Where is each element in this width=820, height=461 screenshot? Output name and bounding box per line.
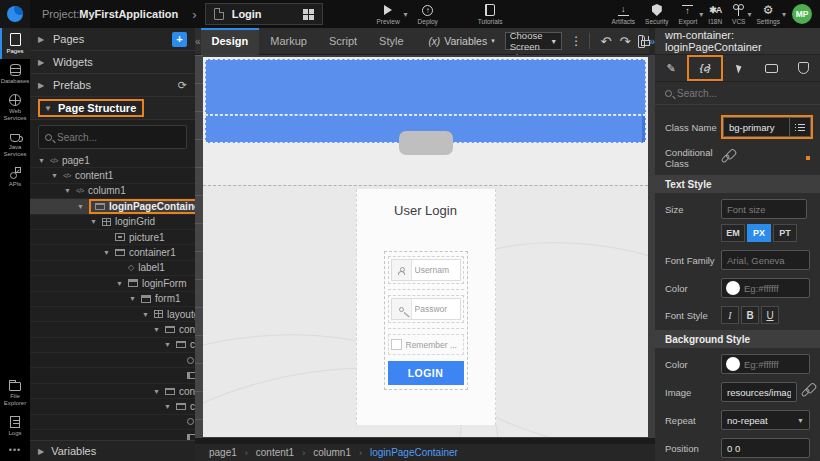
bold-button[interactable]: B bbox=[741, 306, 759, 324]
unit-em-button[interactable]: EM bbox=[721, 224, 745, 242]
save-icon[interactable] bbox=[638, 35, 645, 48]
remember-me-row[interactable]: Remember ... bbox=[388, 334, 464, 355]
tree-item-container[interactable]: ▼con bbox=[30, 399, 195, 414]
unit-px-button[interactable]: PX bbox=[747, 224, 771, 242]
bg-image-input[interactable] bbox=[721, 382, 797, 402]
open-page-tab[interactable]: Login bbox=[205, 3, 323, 25]
inspector-search[interactable] bbox=[655, 82, 820, 105]
tree-item-loginForm[interactable]: ▼loginForm bbox=[30, 276, 195, 291]
tree-item-form1[interactable]: ▼form1 bbox=[30, 292, 195, 307]
section-pages[interactable]: ▶ Pages + bbox=[30, 28, 195, 51]
artifacts-button[interactable]: ↓ Artifacts bbox=[612, 0, 635, 28]
export-button[interactable]: ↓ Export bbox=[679, 0, 698, 28]
vcs-caret-icon[interactable]: ▾ bbox=[747, 10, 751, 19]
add-page-button[interactable]: + bbox=[172, 32, 187, 47]
tree-search-input[interactable] bbox=[57, 132, 180, 143]
text-style-header[interactable]: Text Style bbox=[655, 175, 820, 193]
tree-item-icon[interactable]: ▼ico bbox=[30, 415, 195, 430]
tree-item-page1[interactable]: ▼</>page1 bbox=[30, 153, 195, 168]
i18n-button[interactable]: ✱A I18N bbox=[708, 0, 722, 28]
variables-dropdown[interactable]: (x) Variables ▾ bbox=[429, 35, 495, 47]
rail-item-apis[interactable]: APIs bbox=[0, 162, 30, 192]
screen-size-select[interactable]: -- Choose Screen Size -- ▼ bbox=[505, 32, 562, 50]
user-avatar[interactable]: MP bbox=[792, 4, 812, 24]
color-swatch[interactable] bbox=[726, 357, 740, 371]
settings-caret-icon[interactable]: ▾ bbox=[782, 10, 786, 19]
rail-item-databases[interactable]: Databases bbox=[0, 59, 30, 89]
tree-search[interactable] bbox=[38, 125, 187, 149]
section-widgets[interactable]: ▶ Widgets bbox=[30, 51, 195, 74]
rail-item-java-services[interactable]: Java Services bbox=[0, 126, 30, 162]
tab-markup[interactable]: Markup bbox=[259, 28, 318, 55]
kebab-menu-icon[interactable]: ⋮ bbox=[570, 34, 582, 48]
tree-item-container[interactable]: ▼contain bbox=[30, 322, 195, 337]
class-list-button[interactable] bbox=[789, 117, 811, 137]
tab-styles[interactable]: {𝘤} bbox=[687, 55, 723, 81]
login-card[interactable]: User Login bbox=[356, 189, 496, 425]
tree-item-container1[interactable]: ▼container1 bbox=[30, 245, 195, 260]
section-page-structure[interactable]: ▼ Page Structure bbox=[30, 97, 195, 120]
color-swatch[interactable] bbox=[726, 281, 740, 295]
breadcrumb-loginPageContainer[interactable]: loginPageContainer bbox=[370, 447, 458, 458]
redo-icon[interactable]: ↷ bbox=[619, 34, 630, 49]
tab-properties[interactable]: ✎ bbox=[655, 55, 687, 81]
bg-repeat-select[interactable]: no-repeat ▼ bbox=[721, 410, 810, 430]
tree-item-j-username[interactable]: ▼j_us bbox=[30, 368, 195, 383]
class-name-input[interactable] bbox=[723, 117, 789, 137]
rail-item-pages[interactable]: Pages bbox=[0, 28, 30, 59]
login-page-container-selection[interactable] bbox=[205, 59, 646, 115]
italic-button[interactable]: I bbox=[721, 306, 739, 324]
breadcrumb-page1[interactable]: page1 bbox=[209, 447, 237, 458]
breadcrumb-column1[interactable]: column1 bbox=[313, 447, 351, 458]
username-row[interactable] bbox=[388, 256, 464, 284]
section-prefabs[interactable]: ▶ Prefabs ⟳ bbox=[30, 74, 195, 97]
canvas-page[interactable]: User Login bbox=[203, 57, 648, 437]
tree-item-content1[interactable]: ▼</>content1 bbox=[30, 168, 195, 183]
tree-item-layoutgrid2[interactable]: ▼layoutgrid2 bbox=[30, 307, 195, 322]
breadcrumb-content1[interactable]: content1 bbox=[256, 447, 294, 458]
security-button[interactable]: Security bbox=[645, 0, 668, 28]
more-options-icon[interactable]: ••• bbox=[0, 441, 30, 461]
tab-style[interactable]: Style bbox=[368, 28, 414, 55]
background-style-header[interactable]: Background Style bbox=[655, 330, 820, 348]
tab-events[interactable] bbox=[723, 55, 755, 81]
underline-button[interactable]: U bbox=[761, 306, 779, 324]
bg-position-input[interactable] bbox=[721, 438, 810, 458]
vcs-button[interactable]: VCS bbox=[732, 0, 745, 28]
password-input[interactable] bbox=[412, 299, 460, 319]
section-variables[interactable]: ▶ Variables bbox=[30, 440, 195, 461]
login-form[interactable]: Remember ... LOGIN bbox=[384, 251, 468, 390]
tree-item-j-password[interactable]: ▼j_p bbox=[30, 430, 195, 440]
tree-item-loginGrid[interactable]: ▼loginGrid bbox=[30, 215, 195, 230]
tree-item-container[interactable]: ▼contain bbox=[30, 384, 195, 399]
tab-script[interactable]: Script bbox=[318, 28, 368, 55]
tab-security[interactable] bbox=[788, 55, 820, 81]
dashboard-grid-icon[interactable] bbox=[303, 9, 314, 20]
inspector-search-input[interactable] bbox=[677, 88, 810, 99]
font-size-input[interactable] bbox=[721, 199, 807, 219]
undo-icon[interactable]: ↶ bbox=[601, 34, 612, 49]
link-icon[interactable] bbox=[721, 153, 731, 163]
tutorials-button[interactable]: Tutorials bbox=[478, 0, 503, 28]
deploy-button[interactable]: ↑ Deploy bbox=[418, 0, 438, 28]
refresh-icon[interactable]: ⟳ bbox=[178, 79, 187, 92]
login-button[interactable]: LOGIN bbox=[388, 361, 464, 385]
tab-design[interactable]: Design bbox=[201, 28, 260, 55]
rail-item-file-explorer[interactable]: File Explorer bbox=[0, 374, 30, 411]
password-row[interactable] bbox=[388, 295, 464, 323]
tree-item-loginPageContainer[interactable]: ▼loginPageContainer bbox=[30, 199, 195, 214]
export-caret-icon[interactable]: ▾ bbox=[699, 10, 703, 19]
preview-button[interactable]: Preview bbox=[376, 0, 399, 28]
wavemaker-logo[interactable] bbox=[0, 0, 30, 28]
preview-caret-icon[interactable]: ▾ bbox=[404, 10, 408, 19]
rail-item-web-services[interactable]: Web Services bbox=[0, 89, 30, 126]
font-family-input[interactable] bbox=[721, 250, 810, 270]
tree-item-icon[interactable]: ▼ico bbox=[30, 353, 195, 368]
tree-item-column1[interactable]: ▼</>column1 bbox=[30, 184, 195, 199]
settings-button[interactable]: ⚙ Settings bbox=[756, 0, 780, 28]
picture-placeholder[interactable] bbox=[399, 131, 453, 155]
unit-pt-button[interactable]: PT bbox=[773, 224, 797, 242]
bg-color-input[interactable] bbox=[744, 359, 809, 370]
tree-item-picture1[interactable]: ▼picture1 bbox=[30, 230, 195, 245]
username-input[interactable] bbox=[412, 260, 460, 280]
